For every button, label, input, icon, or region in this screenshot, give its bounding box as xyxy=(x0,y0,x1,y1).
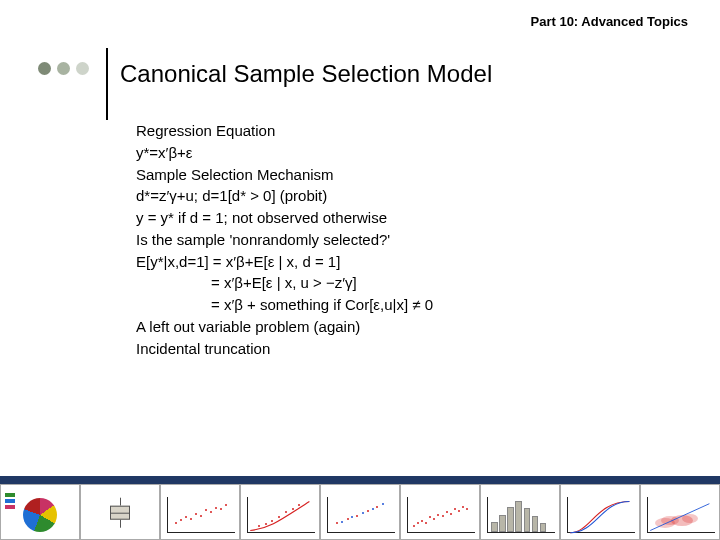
title-divider xyxy=(106,48,108,120)
body-line: = x′β + something if Cor[ε,u|x] ≠ 0 xyxy=(136,294,433,316)
pie-icon xyxy=(23,498,57,532)
body-line: d*=z′γ+u; d=1[d* > 0] (probit) xyxy=(136,185,433,207)
accent-bar xyxy=(0,476,720,484)
bullet-1 xyxy=(38,62,51,75)
body-line: Incidental truncation xyxy=(136,338,433,360)
body-line: Is the sample 'nonrandomly selected?' xyxy=(136,229,433,251)
thumb-histogram xyxy=(480,484,560,540)
svg-line-0 xyxy=(650,504,709,531)
part-label: Part 10: Advanced Topics xyxy=(531,14,689,29)
body-line: Regression Equation xyxy=(136,120,433,142)
thumb-scatter-curve xyxy=(240,484,320,540)
page-title: Canonical Sample Selection Model xyxy=(120,60,492,88)
boxplot-icon xyxy=(110,506,130,520)
bullet-3 xyxy=(76,62,89,75)
thumb-scatter-dual xyxy=(320,484,400,540)
body-line: = x′β+E[ε | x, u > −z′γ] xyxy=(136,272,433,294)
thumb-scatter-dense xyxy=(400,484,480,540)
body-line: y*=x′β+ε xyxy=(136,142,433,164)
bullet-2 xyxy=(57,62,70,75)
title-bullet-row xyxy=(38,62,89,75)
thumb-pie xyxy=(0,484,80,540)
thumb-logistic xyxy=(560,484,640,540)
body-line: y = y* if d = 1; not observed otherwise xyxy=(136,207,433,229)
body-line: A left out variable problem (again) xyxy=(136,316,433,338)
slide-body: Regression Equation y*=x′β+ε Sample Sele… xyxy=(136,120,433,359)
body-line: E[y*|x,d=1] = x′β+E[ε | x, d = 1] xyxy=(136,251,433,273)
body-line: Sample Selection Mechanism xyxy=(136,164,433,186)
thumbnail-strip xyxy=(0,484,720,540)
thumb-boxplot xyxy=(80,484,160,540)
thumb-scatter-1 xyxy=(160,484,240,540)
thumb-density xyxy=(640,484,720,540)
